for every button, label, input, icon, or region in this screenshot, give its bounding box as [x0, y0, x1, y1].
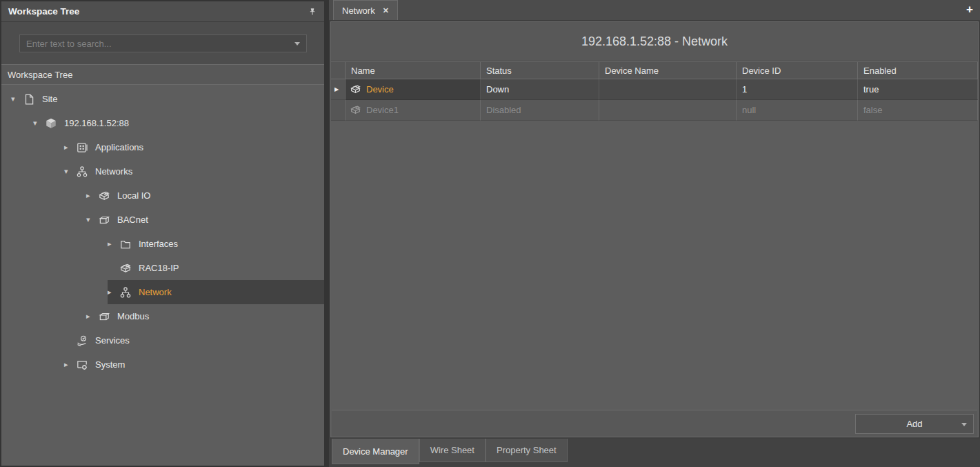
tree-item-interfaces[interactable]: ▸Interfaces	[1, 232, 324, 256]
pin-icon[interactable]	[308, 7, 317, 17]
tree-item-body: ▸Interfaces	[108, 232, 324, 256]
tree-item-label: Local IO	[117, 190, 150, 201]
tree-item-services[interactable]: Services	[1, 328, 324, 352]
panel-splitter[interactable]	[324, 0, 329, 467]
tree-item-body: ▸Applications	[64, 135, 324, 159]
cell-name[interactable]: Device	[346, 79, 481, 100]
tree-item-site[interactable]: ▾Site	[1, 87, 324, 111]
search-section	[1, 22, 324, 65]
tree-item-networks[interactable]: ▾Networks	[1, 159, 324, 183]
row-indicator[interactable]: ▶	[331, 79, 346, 100]
bottom-tab-wire-sheet[interactable]: Wire Sheet	[419, 439, 486, 462]
cell-device-name[interactable]	[599, 100, 737, 121]
expand-arrow-icon[interactable]: ▸	[86, 191, 98, 200]
collapse-arrow-icon[interactable]: ▾	[86, 215, 98, 224]
tree-item-rac18-ip[interactable]: RAC18-IP	[1, 256, 324, 280]
column-header-device-id[interactable]: Device ID	[737, 62, 858, 79]
expand-arrow-icon[interactable]: ▸	[64, 143, 76, 152]
expand-arrow-icon[interactable]: ▸	[108, 288, 119, 297]
main-region: Network ✕ + 192.168.1.52:88 - Network Na…	[329, 0, 980, 467]
network-nodes-icon	[119, 286, 133, 299]
column-header-name[interactable]: Name	[346, 62, 481, 79]
view-title: 192.168.1.52:88 - Network	[331, 22, 978, 61]
new-tab-button[interactable]: +	[966, 2, 973, 17]
column-header-status[interactable]: Status	[481, 62, 599, 79]
grid-rows: ▶DeviceDown1trueDevice1Disablednullfalse	[331, 79, 978, 121]
cell-status[interactable]: Down	[481, 79, 599, 100]
column-header-indicator	[331, 62, 346, 79]
tree-item-label: BACnet	[117, 215, 148, 225]
bottom-tab-device-manager[interactable]: Device Manager	[332, 439, 419, 464]
cell-value: Device1	[366, 105, 399, 115]
cell-value: null	[742, 105, 756, 115]
workspace-tree-header: Workspace Tree	[1, 1, 324, 22]
column-header-device-name[interactable]: Device Name	[599, 62, 737, 79]
tree-item-local-io[interactable]: ▸Local IO	[1, 183, 324, 208]
expand-arrow-icon[interactable]: ▸	[64, 360, 76, 369]
row-indicator-arrow-icon: ▶	[334, 86, 339, 92]
cell-device-name[interactable]	[599, 79, 737, 100]
search-input[interactable]	[26, 39, 294, 49]
tree-item-label: Site	[42, 94, 57, 104]
protocol-box-icon	[98, 310, 112, 323]
workspace-tree: ▾Site▾192.168.1.52:88▸Applications▾Netwo…	[1, 85, 324, 466]
cell-device-id[interactable]: null	[737, 100, 858, 121]
tree-item-body: ▸Modbus	[86, 304, 324, 328]
cell-enabled[interactable]: true	[858, 79, 978, 100]
table-row[interactable]: Device1Disablednullfalse	[331, 100, 978, 121]
io-box-icon	[119, 262, 133, 275]
services-hand-icon	[76, 335, 90, 347]
view-tabs: Device ManagerWire SheetProperty Sheet	[329, 439, 980, 467]
io-box-icon	[350, 83, 361, 95]
cell-enabled[interactable]: false	[858, 100, 978, 121]
tree-item-system[interactable]: ▸System	[1, 352, 324, 377]
tree-item-label: 192.168.1.52:88	[64, 118, 129, 128]
cell-value: Disabled	[486, 105, 521, 115]
tree-item-192-168-1-52-88[interactable]: ▾192.168.1.52:88	[1, 111, 324, 135]
bottom-tab-property-sheet[interactable]: Property Sheet	[486, 439, 568, 462]
cell-name[interactable]: Device1	[346, 100, 481, 121]
collapse-arrow-icon[interactable]: ▾	[64, 167, 76, 176]
cell-value: false	[863, 105, 882, 115]
grid-header: NameStatusDevice NameDevice IDEnabled	[331, 61, 978, 79]
add-button[interactable]: Add	[855, 414, 974, 434]
folder-icon	[119, 238, 133, 250]
tree-item-label: Services	[95, 335, 130, 346]
expand-arrow-icon[interactable]: ▸	[108, 239, 119, 248]
chevron-down-icon[interactable]	[961, 423, 967, 426]
cell-device-id[interactable]: 1	[737, 79, 858, 100]
tree-item-bacnet[interactable]: ▾BACnet	[1, 208, 324, 232]
device-manager-panel: 192.168.1.52:88 - Network NameStatusDevi…	[329, 20, 980, 439]
cell-value: 1	[742, 84, 747, 95]
tree-item-applications[interactable]: ▸Applications	[1, 135, 324, 159]
tree-item-label: Network	[139, 287, 172, 297]
tree-item-body: ▾BACnet	[86, 208, 324, 232]
system-gear-icon	[76, 359, 90, 371]
tree-item-label: Interfaces	[139, 239, 178, 249]
tree-item-modbus[interactable]: ▸Modbus	[1, 304, 324, 328]
collapse-arrow-icon[interactable]: ▾	[11, 95, 23, 103]
search-box[interactable]	[19, 34, 307, 52]
tree-item-body: RAC18-IP	[108, 256, 324, 280]
tree-item-label: RAC18-IP	[139, 263, 179, 273]
close-icon[interactable]: ✕	[383, 6, 389, 15]
table-row[interactable]: ▶DeviceDown1true	[331, 79, 978, 100]
collapse-arrow-icon[interactable]: ▾	[33, 119, 45, 128]
tree-item-label: System	[95, 359, 125, 370]
tree-item-label: Modbus	[117, 311, 149, 321]
tab-network[interactable]: Network ✕	[333, 0, 398, 20]
workspace-tree-panel: Workspace Tree Workspace Tree ▾Site▾192.…	[0, 0, 324, 467]
tree-item-body: ▸Local IO	[86, 183, 324, 208]
tree-item-network[interactable]: ▸Network	[1, 280, 324, 304]
grid-toolbar: Add	[332, 410, 977, 437]
column-header-enabled[interactable]: Enabled	[858, 62, 978, 79]
chevron-down-icon[interactable]	[294, 42, 300, 46]
tree-item-label: Networks	[95, 166, 132, 177]
network-nodes-icon	[76, 166, 90, 178]
tree-item-body: Services	[64, 328, 324, 352]
tree-item-body: ▾Site	[11, 87, 324, 111]
cell-status[interactable]: Disabled	[481, 100, 599, 121]
row-indicator[interactable]	[331, 100, 346, 121]
expand-arrow-icon[interactable]: ▸	[86, 312, 98, 321]
protocol-box-icon	[98, 214, 112, 226]
